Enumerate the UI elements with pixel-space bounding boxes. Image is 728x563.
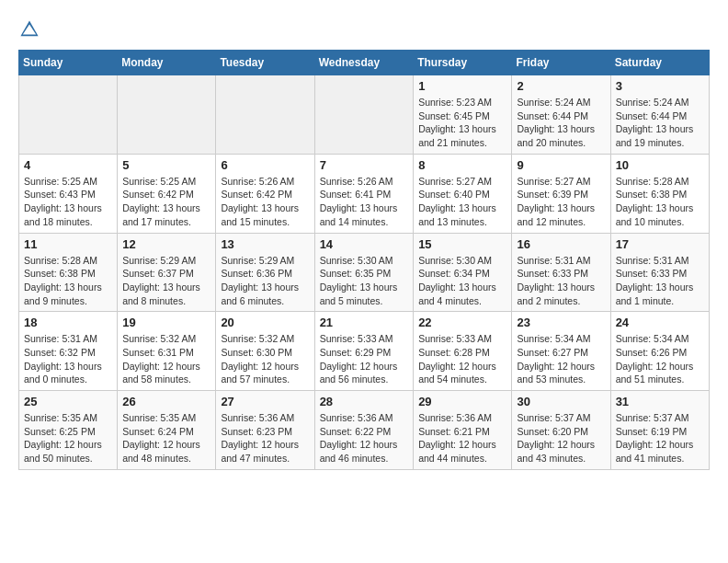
day-info: Sunrise: 5:31 AM Sunset: 6:33 PM Dayligh… <box>616 254 704 308</box>
day-number: 10 <box>616 158 704 172</box>
day-number: 26 <box>122 395 210 408</box>
calendar-cell: 17Sunrise: 5:31 AM Sunset: 6:33 PM Dayli… <box>610 233 709 312</box>
day-info: Sunrise: 5:36 AM Sunset: 6:22 PM Dayligh… <box>320 411 409 465</box>
day-info: Sunrise: 5:28 AM Sunset: 6:38 PM Dayligh… <box>616 175 704 229</box>
day-number: 5 <box>122 158 210 172</box>
day-number: 28 <box>320 395 409 408</box>
day-number: 24 <box>616 316 704 329</box>
calendar-cell: 11Sunrise: 5:28 AM Sunset: 6:38 PM Dayli… <box>19 233 118 312</box>
day-number: 2 <box>517 79 605 93</box>
day-number: 31 <box>616 395 704 408</box>
calendar-cell: 22Sunrise: 5:33 AM Sunset: 6:28 PM Dayli… <box>414 312 512 391</box>
week-row: 11Sunrise: 5:28 AM Sunset: 6:38 PM Dayli… <box>19 233 710 312</box>
calendar-cell: 2Sunrise: 5:24 AM Sunset: 6:44 PM Daylig… <box>512 75 610 155</box>
day-number: 18 <box>24 316 112 329</box>
day-info: Sunrise: 5:29 AM Sunset: 6:36 PM Dayligh… <box>221 254 309 308</box>
week-row: 25Sunrise: 5:35 AM Sunset: 6:25 PM Dayli… <box>19 391 710 470</box>
day-number: 20 <box>221 316 309 329</box>
calendar-cell: 8Sunrise: 5:27 AM Sunset: 6:40 PM Daylig… <box>414 154 512 233</box>
calendar-cell: 13Sunrise: 5:29 AM Sunset: 6:36 PM Dayli… <box>216 233 314 312</box>
calendar-cell: 29Sunrise: 5:36 AM Sunset: 6:21 PM Dayli… <box>414 391 512 470</box>
day-number: 13 <box>221 237 309 251</box>
calendar-cell: 21Sunrise: 5:33 AM Sunset: 6:29 PM Dayli… <box>314 312 414 391</box>
day-number: 17 <box>616 237 704 251</box>
day-info: Sunrise: 5:36 AM Sunset: 6:21 PM Dayligh… <box>418 411 506 465</box>
day-info: Sunrise: 5:36 AM Sunset: 6:23 PM Dayligh… <box>221 411 309 465</box>
day-of-week-header: Tuesday <box>216 51 314 75</box>
day-info: Sunrise: 5:35 AM Sunset: 6:24 PM Dayligh… <box>122 411 210 465</box>
calendar-cell <box>19 75 118 155</box>
day-number: 1 <box>418 79 506 93</box>
day-number: 15 <box>418 237 506 251</box>
day-of-week-header: Saturday <box>610 51 709 75</box>
day-info: Sunrise: 5:30 AM Sunset: 6:34 PM Dayligh… <box>418 254 506 308</box>
day-info: Sunrise: 5:34 AM Sunset: 6:26 PM Dayligh… <box>616 332 704 386</box>
day-number: 21 <box>320 316 409 329</box>
day-number: 22 <box>418 316 506 329</box>
day-info: Sunrise: 5:35 AM Sunset: 6:25 PM Dayligh… <box>24 411 112 465</box>
day-of-week-header: Friday <box>512 51 610 75</box>
day-of-week-header: Wednesday <box>314 51 414 75</box>
calendar-cell: 18Sunrise: 5:31 AM Sunset: 6:32 PM Dayli… <box>19 312 118 391</box>
day-info: Sunrise: 5:31 AM Sunset: 6:33 PM Dayligh… <box>517 254 605 308</box>
calendar-cell: 20Sunrise: 5:32 AM Sunset: 6:30 PM Dayli… <box>216 312 314 391</box>
day-info: Sunrise: 5:28 AM Sunset: 6:38 PM Dayligh… <box>24 254 112 308</box>
day-number: 12 <box>122 237 210 251</box>
day-info: Sunrise: 5:30 AM Sunset: 6:35 PM Dayligh… <box>320 254 409 308</box>
day-of-week-header: Thursday <box>414 51 512 75</box>
day-number: 23 <box>517 316 605 329</box>
calendar-cell: 10Sunrise: 5:28 AM Sunset: 6:38 PM Dayli… <box>610 154 709 233</box>
calendar-cell: 9Sunrise: 5:27 AM Sunset: 6:39 PM Daylig… <box>512 154 610 233</box>
day-info: Sunrise: 5:32 AM Sunset: 6:31 PM Dayligh… <box>122 332 210 386</box>
day-number: 7 <box>320 158 409 172</box>
week-row: 4Sunrise: 5:25 AM Sunset: 6:43 PM Daylig… <box>19 154 710 233</box>
day-number: 30 <box>517 395 605 408</box>
calendar-cell <box>118 75 216 155</box>
day-info: Sunrise: 5:26 AM Sunset: 6:42 PM Dayligh… <box>221 175 309 229</box>
day-info: Sunrise: 5:27 AM Sunset: 6:40 PM Dayligh… <box>418 175 506 229</box>
calendar-cell: 23Sunrise: 5:34 AM Sunset: 6:27 PM Dayli… <box>512 312 610 391</box>
calendar-cell: 15Sunrise: 5:30 AM Sunset: 6:34 PM Dayli… <box>414 233 512 312</box>
day-info: Sunrise: 5:32 AM Sunset: 6:30 PM Dayligh… <box>221 332 309 386</box>
day-of-week-header: Sunday <box>19 51 118 75</box>
day-number: 29 <box>418 395 506 408</box>
day-info: Sunrise: 5:25 AM Sunset: 6:43 PM Dayligh… <box>24 175 112 229</box>
day-info: Sunrise: 5:31 AM Sunset: 6:32 PM Dayligh… <box>24 332 112 386</box>
day-info: Sunrise: 5:23 AM Sunset: 6:45 PM Dayligh… <box>418 96 506 150</box>
day-number: 25 <box>24 395 112 408</box>
calendar: SundayMondayTuesdayWednesdayThursdayFrid… <box>18 50 710 470</box>
day-info: Sunrise: 5:24 AM Sunset: 6:44 PM Dayligh… <box>517 96 605 150</box>
calendar-cell: 31Sunrise: 5:37 AM Sunset: 6:19 PM Dayli… <box>610 391 709 470</box>
page-header <box>18 18 710 40</box>
calendar-cell: 6Sunrise: 5:26 AM Sunset: 6:42 PM Daylig… <box>216 154 314 233</box>
calendar-cell: 14Sunrise: 5:30 AM Sunset: 6:35 PM Dayli… <box>314 233 414 312</box>
calendar-cell: 5Sunrise: 5:25 AM Sunset: 6:42 PM Daylig… <box>118 154 216 233</box>
day-info: Sunrise: 5:33 AM Sunset: 6:29 PM Dayligh… <box>320 332 409 386</box>
day-of-week-row: SundayMondayTuesdayWednesdayThursdayFrid… <box>19 51 710 75</box>
day-number: 19 <box>122 316 210 329</box>
calendar-cell: 1Sunrise: 5:23 AM Sunset: 6:45 PM Daylig… <box>414 75 512 155</box>
calendar-cell: 27Sunrise: 5:36 AM Sunset: 6:23 PM Dayli… <box>216 391 314 470</box>
calendar-cell: 7Sunrise: 5:26 AM Sunset: 6:41 PM Daylig… <box>314 154 414 233</box>
logo-icon <box>18 18 40 40</box>
day-number: 27 <box>221 395 309 408</box>
calendar-cell: 3Sunrise: 5:24 AM Sunset: 6:44 PM Daylig… <box>610 75 709 155</box>
calendar-cell: 19Sunrise: 5:32 AM Sunset: 6:31 PM Dayli… <box>118 312 216 391</box>
day-number: 16 <box>517 237 605 251</box>
day-info: Sunrise: 5:24 AM Sunset: 6:44 PM Dayligh… <box>616 96 704 150</box>
calendar-cell: 16Sunrise: 5:31 AM Sunset: 6:33 PM Dayli… <box>512 233 610 312</box>
calendar-cell <box>216 75 314 155</box>
day-number: 8 <box>418 158 506 172</box>
week-row: 18Sunrise: 5:31 AM Sunset: 6:32 PM Dayli… <box>19 312 710 391</box>
calendar-cell: 26Sunrise: 5:35 AM Sunset: 6:24 PM Dayli… <box>118 391 216 470</box>
day-info: Sunrise: 5:33 AM Sunset: 6:28 PM Dayligh… <box>418 332 506 386</box>
calendar-cell: 25Sunrise: 5:35 AM Sunset: 6:25 PM Dayli… <box>19 391 118 470</box>
day-info: Sunrise: 5:34 AM Sunset: 6:27 PM Dayligh… <box>517 332 605 386</box>
day-info: Sunrise: 5:25 AM Sunset: 6:42 PM Dayligh… <box>122 175 210 229</box>
calendar-cell: 24Sunrise: 5:34 AM Sunset: 6:26 PM Dayli… <box>610 312 709 391</box>
day-info: Sunrise: 5:27 AM Sunset: 6:39 PM Dayligh… <box>517 175 605 229</box>
week-row: 1Sunrise: 5:23 AM Sunset: 6:45 PM Daylig… <box>19 75 710 155</box>
calendar-cell: 12Sunrise: 5:29 AM Sunset: 6:37 PM Dayli… <box>118 233 216 312</box>
day-number: 14 <box>320 237 409 251</box>
day-info: Sunrise: 5:26 AM Sunset: 6:41 PM Dayligh… <box>320 175 409 229</box>
